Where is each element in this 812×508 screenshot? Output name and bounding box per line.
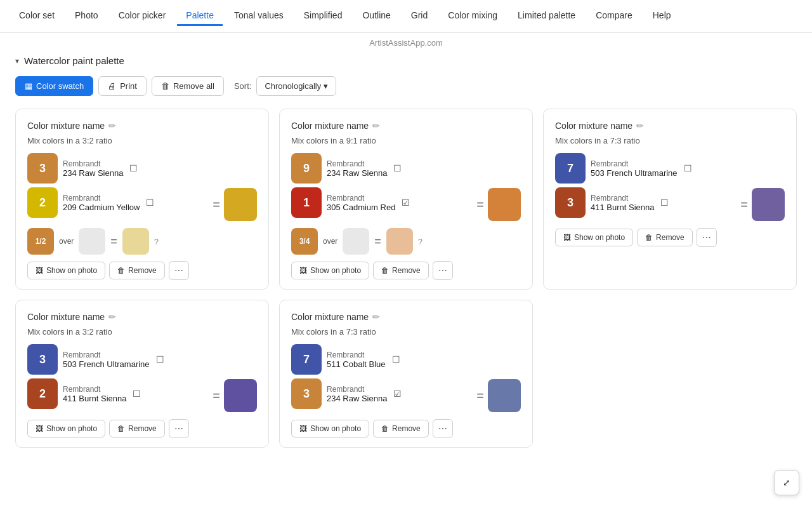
nav-item-compare[interactable]: Compare <box>587 6 641 26</box>
nav-item-help[interactable]: Help <box>644 6 680 26</box>
color-swatch-button[interactable]: ▦ Color swatch <box>15 76 93 96</box>
nav-item-color-mixing[interactable]: Color mixing <box>439 6 506 26</box>
card-3-edit-icon[interactable]: ✏ <box>636 121 644 131</box>
card-4-color2-brand: Rembrandt <box>63 385 126 394</box>
card-5-color1-info: Rembrandt 511 Cobalt Blue <box>327 351 386 369</box>
card-2-show-photo-icon: 🖼 <box>299 266 307 275</box>
nav-item-color-picker[interactable]: Color picker <box>110 6 175 26</box>
card-2-color2-chip: 1 <box>291 187 322 218</box>
card-1-title: Color mixture name <box>27 121 105 131</box>
card-3-remove-action-icon: 🗑 <box>645 233 653 242</box>
card-4-color1-checkbox[interactable]: ☐ <box>156 354 164 364</box>
card-4-color2-checkbox[interactable]: ☐ <box>133 389 141 399</box>
sort-select[interactable]: Chronologically ▾ <box>256 76 336 96</box>
card-1-question-icon[interactable]: ? <box>154 237 159 246</box>
nav-item-color-set[interactable]: Color set <box>10 6 63 26</box>
card-5-equals: = <box>476 389 484 403</box>
remove-all-button[interactable]: 🗑 Remove all <box>152 76 224 96</box>
card-4-more-icon: ⋯ <box>174 424 183 434</box>
card-3-show-photo-label: Show on photo <box>574 233 625 242</box>
card-1-color2-name: 209 Cadmium Yellow <box>63 203 140 212</box>
card-5-color2-checkbox[interactable]: ☑ <box>393 389 402 399</box>
card-2-dilute-over-swatch <box>343 228 369 255</box>
card-3-result-swatch <box>752 188 785 221</box>
nav-item-photo[interactable]: Photo <box>66 6 107 26</box>
card-4-ratio: Mix colors in a 3:2 ratio <box>27 327 257 337</box>
print-button[interactable]: 🖨 Print <box>98 76 147 96</box>
card-3-title: Color mixture name <box>555 121 632 131</box>
section-title: Watercolor paint palette <box>24 55 124 66</box>
nav-item-grid[interactable]: Grid <box>402 6 436 26</box>
card-2-color1-chip: 9 <box>291 153 322 184</box>
card-5-more-icon: ⋯ <box>438 424 447 434</box>
card-1-more-icon: ⋯ <box>174 265 183 276</box>
card-3-remove-button[interactable]: 🗑Remove <box>637 229 693 246</box>
card-2-equals: = <box>476 197 484 212</box>
card-3-color2-checkbox[interactable]: ☐ <box>660 197 669 208</box>
card-3-remove-label: Remove <box>656 233 684 242</box>
card-1-edit-icon[interactable]: ✏ <box>108 121 116 131</box>
card-5-remove-action-icon: 🗑 <box>381 424 389 433</box>
sort-value: Chronologically <box>265 81 321 91</box>
card-1-equals: = <box>213 197 220 212</box>
nav-item-palette[interactable]: Palette <box>177 6 223 26</box>
card-4-edit-icon[interactable]: ✏ <box>108 312 116 322</box>
remove-all-icon: 🗑 <box>161 81 169 91</box>
card-1-remove-button[interactable]: 🗑Remove <box>109 262 165 279</box>
card-2-color1-checkbox[interactable]: ☐ <box>393 163 402 173</box>
card-3-color2-brand: Rembrandt <box>591 194 654 203</box>
card-1-show-on-photo-button[interactable]: 🖼Show on photo <box>27 262 105 279</box>
card-1-dilute-equals: = <box>110 235 117 248</box>
card-4-show-on-photo-button[interactable]: 🖼Show on photo <box>27 420 105 438</box>
card-2-remove-label: Remove <box>392 266 421 275</box>
card-4-color2-row: 2Rembrandt 411 Burnt Sienna☐ <box>27 378 209 409</box>
card-3-color1-checkbox[interactable]: ☐ <box>684 163 692 173</box>
nav-item-outline[interactable]: Outline <box>353 6 399 26</box>
card-4-remove-button[interactable]: 🗑Remove <box>109 420 165 438</box>
sort-label: Sort: <box>234 81 251 91</box>
nav-item-tonal-values[interactable]: Tonal values <box>225 6 292 26</box>
nav-item-simplified[interactable]: Simplified <box>295 6 351 26</box>
collapse-icon[interactable]: ▾ <box>15 57 19 65</box>
cards-grid: Color mixture name ✏ Mix colors in a 3:2… <box>0 104 812 463</box>
card-5-remove-button[interactable]: 🗑Remove <box>373 420 429 438</box>
card-4: Color mixture name ✏ Mix colors in a 3:2… <box>15 300 269 448</box>
card-2-color1-brand: Rembrandt <box>327 159 387 168</box>
fullscreen-button[interactable]: ⤢ <box>774 470 799 495</box>
card-4-action-bar: 🖼Show on photo🗑Remove⋯ <box>27 419 257 438</box>
card-2-dilute-over-label: over <box>323 237 337 246</box>
toolbar: ▦ Color swatch 🖨 Print 🗑 Remove all Sort… <box>0 69 812 104</box>
card-1-color1-checkbox[interactable]: ☐ <box>129 163 138 173</box>
card-2-edit-icon[interactable]: ✏ <box>372 121 380 131</box>
card-2-color2-wrapper: 1Rembrandt 305 Cadmium Red☑= <box>291 187 521 222</box>
card-1-color1-info: Rembrandt 234 Raw Sienna <box>63 159 123 178</box>
card-5-more-button[interactable]: ⋯ <box>433 419 453 438</box>
card-4-color1-name: 503 French Ultramarine <box>63 359 150 369</box>
card-2-remove-button[interactable]: 🗑Remove <box>373 262 429 279</box>
nav-item-limited-palette[interactable]: Limited palette <box>509 6 584 26</box>
card-4-more-button[interactable]: ⋯ <box>169 419 189 438</box>
card-3-color1-name: 503 French Ultramarine <box>591 168 678 178</box>
card-3-more-button[interactable]: ⋯ <box>697 228 717 247</box>
card-5-edit-icon[interactable]: ✏ <box>372 312 380 322</box>
card-2-color2-checkbox[interactable]: ☑ <box>402 197 410 208</box>
card-3-show-on-photo-button[interactable]: 🖼Show on photo <box>555 229 633 246</box>
card-5-show-photo-icon: 🖼 <box>299 424 307 433</box>
card-2-question-icon[interactable]: ? <box>418 237 422 246</box>
card-3-color2-info: Rembrandt 411 Burnt Sienna <box>591 194 654 212</box>
card-1-show-photo-label: Show on photo <box>46 266 97 275</box>
card-4-color1-chip: 3 <box>27 344 58 375</box>
card-4-result-swatch <box>224 379 257 412</box>
card-2-remove-action-icon: 🗑 <box>381 266 389 275</box>
card-5-color2-row: 3Rembrandt 234 Raw Sienna☑ <box>291 378 473 409</box>
card-5-color1-checkbox[interactable]: ☐ <box>392 354 400 364</box>
card-1-color2-checkbox[interactable]: ☐ <box>146 197 154 208</box>
card-2-show-on-photo-button[interactable]: 🖼Show on photo <box>291 262 369 279</box>
card-1-more-button[interactable]: ⋯ <box>169 261 189 280</box>
card-2-more-button[interactable]: ⋯ <box>433 261 453 280</box>
card-5-show-on-photo-button[interactable]: 🖼Show on photo <box>291 420 369 438</box>
card-1-remove-action-icon: 🗑 <box>117 266 125 275</box>
card-1-color2-wrapper: 2Rembrandt 209 Cadmium Yellow☐= <box>27 187 257 222</box>
print-icon: 🖨 <box>108 81 116 91</box>
card-2-show-photo-label: Show on photo <box>310 266 361 275</box>
